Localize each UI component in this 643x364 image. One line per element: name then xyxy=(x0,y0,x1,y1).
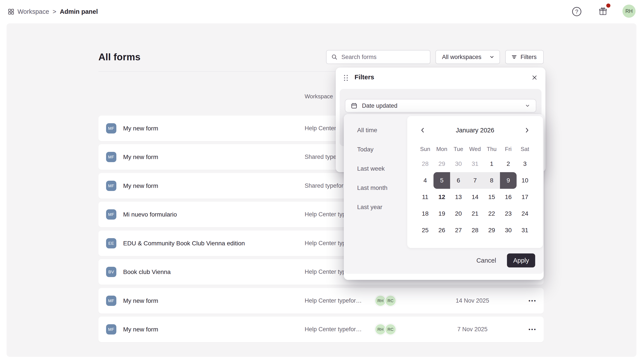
calendar-grid: 2829303112345678910111213141516171819202… xyxy=(417,156,533,238)
next-month-button[interactable] xyxy=(522,126,531,134)
form-workspace: Help Center typefor… xyxy=(305,288,417,314)
calendar-day[interactable]: 7 xyxy=(467,172,483,189)
calendar-day[interactable]: 4 xyxy=(417,172,434,189)
form-name[interactable]: My new form xyxy=(123,116,158,141)
preset-last-month[interactable]: Last month xyxy=(357,182,388,194)
form-avatar: MF xyxy=(106,123,116,134)
calendar-day[interactable]: 2 xyxy=(500,156,517,172)
topbar: Workspace > Admin panel ? RH xyxy=(0,0,643,24)
calendar-day[interactable]: 9 xyxy=(500,172,517,189)
row-menu-icon[interactable]: ••• xyxy=(523,288,542,314)
form-avatar: MF xyxy=(106,209,116,220)
calendar-day[interactable]: 17 xyxy=(517,189,533,206)
form-name[interactable]: My new form xyxy=(123,144,158,170)
calendar-day[interactable]: 23 xyxy=(500,206,517,222)
workspace-filter-dropdown[interactable]: All workspaces xyxy=(435,50,500,64)
preset-all-time[interactable]: All time xyxy=(357,124,377,136)
drag-handle-icon[interactable] xyxy=(344,75,348,81)
calendar-day[interactable]: 31 xyxy=(467,156,483,172)
form-members: RHRC xyxy=(375,324,396,335)
calendar-day[interactable]: 15 xyxy=(483,189,500,206)
help-icon[interactable]: ? xyxy=(572,7,581,16)
preset-today[interactable]: Today xyxy=(357,143,374,156)
workspace-grid-icon[interactable] xyxy=(8,9,14,15)
calendar-day[interactable]: 30 xyxy=(450,156,467,172)
calendar-day[interactable]: 29 xyxy=(434,156,450,172)
calendar-day[interactable]: 16 xyxy=(500,189,517,206)
calendar-day[interactable]: 26 xyxy=(434,222,450,238)
date-updated-select[interactable]: Date updated xyxy=(345,99,536,112)
calendar-day[interactable]: 21 xyxy=(467,206,483,222)
notification-dot xyxy=(606,4,610,8)
close-icon[interactable] xyxy=(530,73,539,82)
member-avatar: RC xyxy=(385,324,396,335)
form-name[interactable]: Book club Vienna xyxy=(123,259,171,285)
form-name[interactable]: My new form xyxy=(123,173,158,198)
calendar-day[interactable]: 6 xyxy=(450,172,467,189)
date-updated-label: Date updated xyxy=(362,102,520,109)
form-avatar: MF xyxy=(106,152,116,162)
breadcrumb: Workspace > Admin panel xyxy=(8,0,98,24)
form-avatar: MF xyxy=(106,296,116,306)
table-row[interactable]: MFMy new formHelp Center typefor…RHRC14 … xyxy=(98,288,544,314)
calendar-day[interactable]: 11 xyxy=(417,189,434,206)
form-name[interactable]: My new form xyxy=(123,288,158,314)
calendar-day[interactable]: 13 xyxy=(450,189,467,206)
calendar-day[interactable]: 12 xyxy=(434,189,450,206)
calendar-day[interactable]: 14 xyxy=(467,189,483,206)
form-date-updated: 14 Nov 2025 xyxy=(446,288,499,314)
gift-icon[interactable] xyxy=(598,7,607,16)
cancel-button[interactable]: Cancel xyxy=(476,257,496,264)
form-name[interactable]: My new form xyxy=(123,316,158,342)
preset-last-week[interactable]: Last week xyxy=(357,162,385,175)
calendar-day[interactable]: 28 xyxy=(467,222,483,238)
page-title: All forms xyxy=(98,52,141,62)
form-name[interactable]: Mi nuevo formulario xyxy=(123,202,177,227)
calendar-day[interactable]: 3 xyxy=(517,156,533,172)
form-workspace: Help Center typefor… xyxy=(305,316,417,342)
form-avatar: BV xyxy=(106,267,116,277)
weekday-label: Sun xyxy=(417,144,434,154)
form-avatar: MF xyxy=(106,324,116,334)
calendar-day[interactable]: 19 xyxy=(434,206,450,222)
form-avatar: MF xyxy=(106,181,116,191)
calendar-card: January 2026 SunMonTueWedThuFriSat 28293… xyxy=(407,116,543,248)
filters-dialog-title: Filters xyxy=(355,74,374,81)
weekday-label: Thu xyxy=(483,144,500,154)
calendar-day[interactable]: 25 xyxy=(417,222,434,238)
table-row[interactable]: MFMy new formHelp Center typefor…RHRC7 N… xyxy=(98,316,544,342)
apply-button[interactable]: Apply xyxy=(507,254,535,268)
calendar-day[interactable]: 1 xyxy=(483,156,500,172)
breadcrumb-workspace[interactable]: Workspace xyxy=(18,8,49,15)
weekday-header: SunMonTueWedThuFriSat xyxy=(417,144,533,154)
calendar-day[interactable]: 20 xyxy=(450,206,467,222)
calendar-icon xyxy=(351,102,358,109)
weekday-label: Tue xyxy=(450,144,467,154)
calendar-day[interactable]: 24 xyxy=(517,206,533,222)
weekday-label: Wed xyxy=(467,144,483,154)
filters-button[interactable]: Filters xyxy=(505,50,544,64)
form-members: RHRC xyxy=(375,295,396,306)
calendar-day[interactable]: 28 xyxy=(417,156,434,172)
search-placeholder: Search forms xyxy=(342,54,377,60)
calendar-day[interactable]: 27 xyxy=(450,222,467,238)
date-range-popup: All timeTodayLast weekLast monthLast yea… xyxy=(344,114,544,280)
search-icon xyxy=(331,54,338,60)
row-menu-icon[interactable]: ••• xyxy=(523,316,542,342)
calendar-day[interactable]: 22 xyxy=(483,206,500,222)
calendar-day[interactable]: 30 xyxy=(500,222,517,238)
preset-last-year[interactable]: Last year xyxy=(357,201,382,213)
member-avatar: RC xyxy=(385,295,396,306)
form-name[interactable]: EDU & Community Book Club Vienna edition xyxy=(123,230,245,256)
calendar-day[interactable]: 31 xyxy=(517,222,533,238)
user-avatar[interactable]: RH xyxy=(622,4,635,18)
weekday-label: Sat xyxy=(517,144,533,154)
form-date-updated: 7 Nov 2025 xyxy=(446,316,499,342)
search-input[interactable]: Search forms xyxy=(326,50,430,64)
calendar-day[interactable]: 29 xyxy=(483,222,500,238)
calendar-day[interactable]: 5 xyxy=(434,172,450,189)
chevron-down-icon xyxy=(489,54,495,60)
calendar-day[interactable]: 18 xyxy=(417,206,434,222)
calendar-day[interactable]: 10 xyxy=(517,172,533,189)
calendar-day[interactable]: 8 xyxy=(483,172,500,189)
